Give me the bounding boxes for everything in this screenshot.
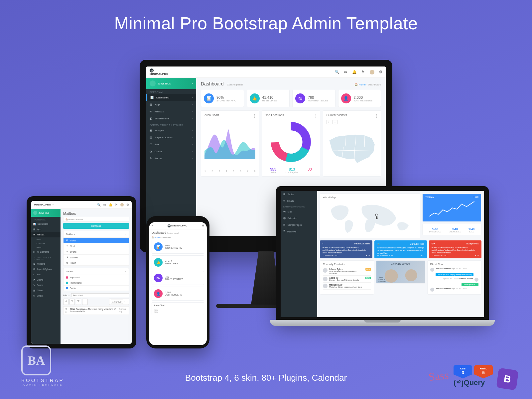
search-input[interactable] [71,293,129,297]
sidebar-item-mailbox[interactable]: ✉ Mailbox [31,232,61,237]
more-button[interactable]: ⋮ [82,299,88,305]
sidebar-item-mailbox[interactable]: ✉Mailbox› [146,108,196,115]
gear-icon[interactable]: ⚙ [126,203,129,206]
gear-icon[interactable]: ⚙ [202,224,204,227]
sidebar-section: PERSONAL [31,217,61,221]
refresh-button[interactable]: ↻ [69,299,75,305]
more-icon[interactable] [376,114,377,118]
prev-button[interactable]: ‹ [124,301,125,303]
folder-sent[interactable]: ✈Sent [64,243,129,249]
sidebar-item-charts[interactable]: ◔Charts› [146,148,196,155]
stat-monthly-sales[interactable]: 🛍760MONTHLY SALES [292,90,335,107]
sidebar-item-map[interactable]: 🗺 Map [281,208,317,215]
sidebar-item-forms[interactable]: ✎ Forms [31,283,61,288]
flag-icon[interactable]: ⚑ [361,70,365,74]
avatar[interactable] [120,203,124,206]
sidebar: ▦ Tables ✉ Emails EXTRA COMPONENTS 🗺 Map… [281,191,317,317]
search-icon[interactable]: 🔍 [97,203,101,206]
sidebar-sub-compose[interactable]: Compose [31,241,61,245]
folder-starred[interactable]: ★Starred [64,255,129,260]
compose-button[interactable]: Compose [63,223,129,229]
sidebar-item-layout[interactable]: ▤Layout Options› [146,134,196,141]
sidebar-item-charts[interactable]: ◔ Charts [31,277,61,283]
sidebar: Juliya Brus PERSONAL 📊 Dashboard ▦ App ✉… [31,209,61,344]
stat-user-likes[interactable]: 👍41,413USER LIKES [152,255,204,269]
sidebar-item-extension[interactable]: ⨁ Extension [281,215,317,221]
bell-icon[interactable]: 🔔 [352,70,357,74]
css3-logo: CSS3 [454,365,472,378]
mail-row[interactable]: ☐ ☆ Miss Rachana — There are many variat… [63,306,129,315]
label-social[interactable]: Social [64,286,129,291]
folder-inbox[interactable]: ✉Inbox [64,238,129,243]
html5-logo: HTML5 [474,365,493,378]
svg-point-7 [385,269,398,283]
mail-icon[interactable]: ✉ [344,70,347,74]
bell-icon[interactable]: 🔔 [109,203,112,206]
select-all-button[interactable]: ☐ [63,299,68,305]
sidebar-item-box[interactable]: ☐ Box [31,272,61,277]
sidebar-item-emails[interactable]: ✉ Emails [281,198,317,204]
sidebar-item-app[interactable]: ▦ App [31,227,61,232]
flag-icon[interactable]: ⚑ [115,203,118,206]
mail-icon[interactable]: ✉ [103,203,106,206]
stat-store-traffic[interactable]: 📊90%STORE TRAFFIC [152,240,204,254]
sidebar-section: FORMS, TABLE & LAYOUTS [31,255,61,261]
page-title: Mailbox [63,211,129,215]
tech-logos: Sass CSS3 HTML5 (༄ jQuery B [429,365,517,389]
profile-card[interactable]: Michael Jorden SalesProjectsFollowers [376,260,425,284]
stat-monthly-sales[interactable]: 🛍760MONTHLY SALES [152,271,204,285]
breadcrumb: 🏠 Home › Dashboard [354,83,381,86]
sidebar-item-multilevel[interactable]: ≣ Multilevel [281,228,317,235]
pct-card: %60DIRECT SALE %40ONLINE SALE %40SALE [422,224,481,235]
sidebar-item-tables[interactable]: ▦ Tables [31,288,61,293]
gear-icon[interactable]: ⚙ [379,70,383,74]
sidebar-user[interactable]: Juliya Brus› [146,78,196,89]
sidebar-item-widgets[interactable]: ▣Widgets› [146,127,196,134]
breadcrumb: 🏠 Home › Dashboard [149,236,207,240]
sidebar-item-tables[interactable]: ▦ Tables [281,191,317,198]
sidebar-item-dashboard[interactable]: 📊 Dashboard [31,221,61,227]
stat-join-members[interactable]: 👤2,003JOIN MEMBERS [152,287,204,301]
chat-row: April 14, 2017 12:00 Michael Jorden [430,277,478,282]
more-icon[interactable] [254,114,255,118]
stat-user-likes[interactable]: 👍41,410USER LIKES [247,90,290,107]
sidebar-item-dashboard[interactable]: 📊Dashboard› [146,94,196,101]
zoom-out-button[interactable]: − [332,120,337,124]
recent-products: Recently Products Iphone 7plusGNP wide-a… [320,260,374,295]
folder-drafts[interactable]: ✎Drafts [64,249,129,255]
sidebar-item-emails[interactable]: ✉ Emails [31,293,61,299]
product-row[interactable]: Iphone 7plusGNP wide-angle and telephoto… [323,267,371,276]
sidebar-item-box[interactable]: ☐Box› [146,141,196,148]
avatar[interactable] [370,70,374,74]
more-icon[interactable] [315,114,317,118]
sidebar-item-widgets[interactable]: ▣ Widgets [31,261,61,267]
topbar: MMINIMALPRO 🔍 ✉ 🔔 ⚑ ⚙ [146,66,386,78]
reload-button[interactable]: ⟳ [76,299,81,305]
ipad-device: MINIMALPRO≡ 🔍✉🔔⚑⚙ Juliya Brus PERSONAL 📊… [27,196,136,348]
stat-store-traffic[interactable]: 📊90%STORE TRAFFIC [201,90,244,107]
label-important[interactable]: Important [64,275,129,280]
facebook-feed[interactable]: fFacebook feed Holisticly benchmark plug… [320,240,372,258]
product-row[interactable]: Apple TvLibrary | Box you'll browse it r… [323,276,371,283]
folder-trash[interactable]: 🗑Trash [64,260,129,266]
label-promotions[interactable]: Promotions [64,280,129,286]
google-feed[interactable]: G+Google Plus Holisticly benchmark plug … [429,240,481,258]
zoom-in-button[interactable]: + [327,120,332,124]
sidebar-item-forms[interactable]: ✎Forms› [146,155,196,162]
sidebar-sub-inbox[interactable]: Inbox [31,237,61,241]
stat-join-members[interactable]: 👤2,000JOIN MEMBERS [338,90,381,107]
search-icon[interactable]: 🔍 [335,70,340,74]
sidebar-item-ui[interactable]: ◧UI Elements› [146,115,196,122]
sidebar-item-samples[interactable]: ▤ Sample Pages [281,221,317,228]
today-card: TODAY+120 [422,194,481,222]
content: World Map TODAY+120 [317,191,484,317]
sidebar-item-app[interactable]: ▦App› [146,101,196,108]
next-button[interactable]: › [127,301,127,303]
sidebar-item-ui[interactable]: ◧ UI Elements [31,249,61,255]
sidebar-sub-read[interactable]: Read [31,245,61,249]
jquery-logo: (༄ jQuery [454,378,493,389]
donut-chart [265,119,316,165]
sidebar-item-layout[interactable]: ▤ Layout Options [31,267,61,272]
twitter-feed[interactable]: 🐦Carousel feed Uniquely revolutionize le… [374,240,427,258]
product-row[interactable]: MacBook AirMake big things happen. All d… [323,283,371,290]
